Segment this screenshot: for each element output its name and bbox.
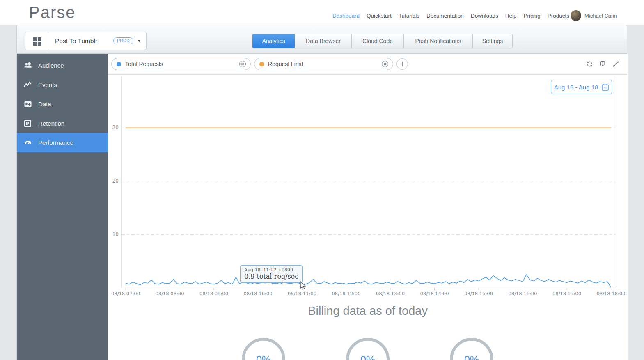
billing-section: Billing data as of today 0% 0% 0%: [108, 300, 628, 360]
avatar[interactable]: [571, 10, 581, 21]
x-tick-label: 08/18 13:00: [372, 291, 409, 296]
billing-title: Billing data as of today: [108, 300, 628, 318]
app-name: Post To Tumblr: [55, 37, 113, 45]
sidebar-item-label: Retention: [38, 120, 64, 127]
chart-tooltip: Aug 18, 11:02 +0800 0.9 total req/sec: [240, 265, 303, 283]
y-tick-label: 20: [108, 178, 119, 184]
sidebar: Audience Events Data Retention: [17, 54, 108, 360]
calendar-day: 31: [604, 87, 607, 89]
sidebar-item-label: Data: [38, 101, 51, 108]
series-dot-icon: [117, 62, 121, 66]
x-tick-label: 08/18 12:00: [328, 291, 365, 296]
billing-gauge: 0%: [242, 338, 285, 360]
tab-data-browser[interactable]: Data Browser: [295, 34, 352, 48]
tooltip-value: 0.9 total req/sec: [244, 273, 298, 280]
x-tick-label: 08/18 16:00: [504, 291, 541, 296]
nav-products[interactable]: Products: [548, 13, 569, 19]
chevron-down-icon: ▼: [137, 39, 141, 43]
nav-help[interactable]: Help: [505, 13, 517, 19]
gauge-value: 0%: [349, 354, 387, 360]
total-requests-line: [126, 275, 611, 287]
sidebar-item-data[interactable]: Data: [17, 94, 108, 114]
user-menu[interactable]: Michael Cann: [571, 10, 617, 21]
calendar-icon: 31: [602, 84, 609, 91]
x-tick-label: 08/18 11:00: [284, 291, 321, 296]
x-tick-label: 08/18 08:00: [151, 291, 188, 296]
env-badge: PROD: [113, 37, 133, 44]
nav-documentation[interactable]: Documentation: [426, 13, 464, 19]
series-chip-label: Total Requests: [125, 61, 239, 67]
fullscreen-icon[interactable]: [612, 60, 619, 68]
x-tick-label: 08/18 10:00: [240, 291, 277, 296]
content-area: Total Requests Request Limit: [108, 54, 628, 360]
x-tick-label: 08/18 14:00: [416, 291, 453, 296]
y-tick-label: 10: [108, 232, 119, 237]
series-chip-request-limit[interactable]: Request Limit: [254, 58, 393, 70]
tab-push-notifications[interactable]: Push Notifications: [404, 34, 473, 48]
sidebar-item-label: Events: [38, 81, 57, 88]
apps-grid-icon: [25, 32, 49, 50]
top-nav: Dashboard Quickstart Tutorials Documenta…: [332, 13, 569, 19]
nav-quickstart[interactable]: Quickstart: [367, 13, 392, 19]
main-panel: Post To Tumblr PROD ▼ Analytics Data Bro…: [16, 25, 627, 360]
sidebar-item-events[interactable]: Events: [17, 75, 108, 94]
user-name: Michael Cann: [584, 13, 617, 19]
date-range-label: Aug 18 - Aug 18: [554, 84, 598, 91]
nav-pricing[interactable]: Pricing: [523, 13, 540, 19]
sidebar-item-label: Audience: [38, 62, 64, 69]
sort-arrows-icon: [24, 100, 32, 108]
sidebar-item-audience[interactable]: Audience: [17, 56, 108, 75]
close-icon[interactable]: [381, 60, 389, 68]
x-tick-label: 08/18 15:00: [460, 291, 497, 296]
people-icon: [24, 62, 32, 70]
series-filter-bar: Total Requests Request Limit: [108, 54, 628, 75]
performance-chart[interactable]: 102030 08/18 07:0008/18 08:0008/18 09:00…: [108, 75, 628, 300]
app-bar: Post To Tumblr PROD ▼ Analytics Data Bro…: [17, 25, 627, 54]
nav-dashboard[interactable]: Dashboard: [332, 13, 360, 19]
mouse-cursor-icon: [300, 281, 308, 291]
nav-downloads[interactable]: Downloads: [471, 13, 498, 19]
app-selector[interactable]: Post To Tumblr PROD ▼: [25, 32, 147, 50]
series-chip-total-requests[interactable]: Total Requests: [111, 58, 251, 70]
add-series-button[interactable]: [396, 58, 408, 70]
refresh-icon[interactable]: [586, 60, 593, 68]
x-tick-label: 08/18 18:00: [593, 291, 630, 296]
date-range-button[interactable]: Aug 18 - Aug 18 31: [551, 80, 612, 94]
top-header: Parse Dashboard Quickstart Tutorials Doc…: [0, 0, 644, 25]
app-tabs: Analytics Data Browser Cloud Code Push N…: [252, 34, 513, 48]
series-chip-label: Request Limit: [268, 61, 381, 67]
gauge-value: 0%: [453, 354, 490, 360]
retention-icon: [24, 119, 32, 128]
billing-gauge: 0%: [450, 338, 493, 360]
download-icon[interactable]: [599, 60, 606, 68]
pulse-icon: [24, 81, 32, 89]
sidebar-item-label: Performance: [38, 139, 73, 146]
x-tick-label: 08/18 17:00: [548, 291, 585, 296]
tab-analytics[interactable]: Analytics: [252, 34, 295, 48]
series-dot-icon: [259, 62, 264, 66]
parse-logo: Parse: [29, 3, 76, 22]
billing-gauge: 0%: [346, 338, 390, 360]
sidebar-item-retention[interactable]: Retention: [17, 114, 108, 133]
tab-cloud-code[interactable]: Cloud Code: [352, 34, 404, 48]
x-tick-label: 08/18 07:00: [107, 291, 144, 296]
chart-canvas: [108, 75, 617, 300]
tab-settings[interactable]: Settings: [473, 34, 512, 48]
close-icon[interactable]: [239, 60, 246, 68]
plus-icon: [397, 59, 408, 69]
gauge-value: 0%: [245, 354, 282, 360]
chart-toolbar: [586, 60, 619, 68]
y-tick-label: 30: [108, 125, 119, 131]
nav-tutorials[interactable]: Tutorials: [399, 13, 419, 19]
sidebar-item-performance[interactable]: Performance: [17, 133, 108, 152]
tooltip-timestamp: Aug 18, 11:02 +0800: [244, 267, 298, 273]
speedometer-icon: [24, 139, 32, 147]
x-tick-label: 08/18 09:00: [195, 291, 232, 296]
